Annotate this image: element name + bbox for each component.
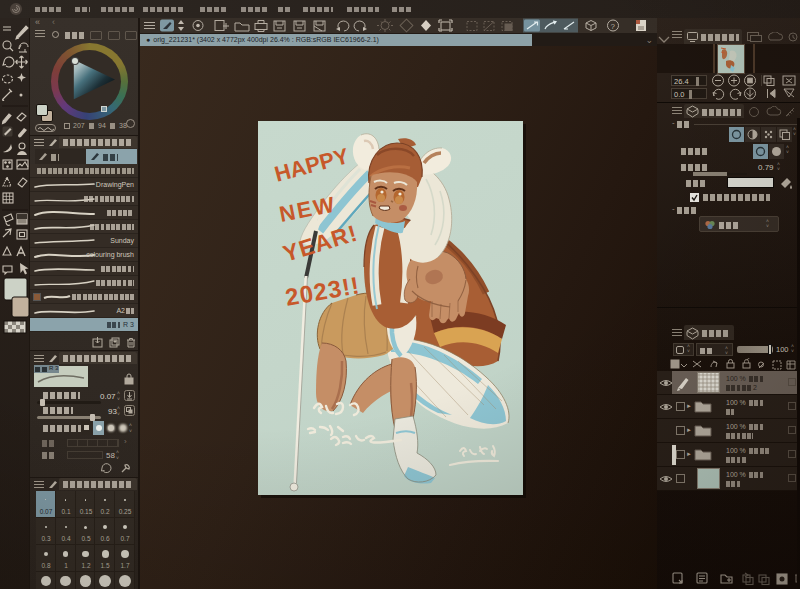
svg-text:?: ?: [611, 22, 616, 31]
